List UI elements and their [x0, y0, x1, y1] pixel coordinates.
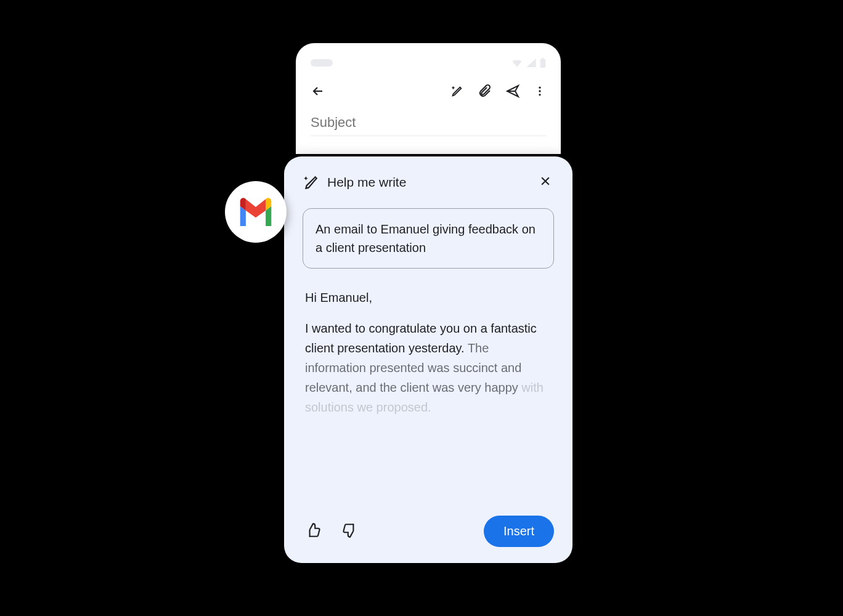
thumbs-down-icon	[342, 522, 358, 538]
svg-rect-0	[540, 59, 546, 68]
close-icon	[539, 175, 552, 187]
thumbs-up-button[interactable]	[303, 520, 324, 543]
svg-point-2	[539, 87, 540, 89]
magic-pen-icon	[450, 84, 463, 98]
status-pill	[311, 59, 333, 67]
magic-compose-button[interactable]	[450, 84, 463, 100]
help-panel-title: Help me write	[327, 175, 406, 190]
email-body: I wanted to congratulate you on a fantas…	[305, 318, 552, 417]
wifi-icon	[511, 59, 523, 67]
help-panel-footer: Insert	[303, 516, 554, 547]
toolbar-actions	[450, 84, 546, 101]
help-title-group: Help me write	[303, 174, 406, 190]
prompt-text: An email to Emanuel giving feedback on a…	[316, 220, 541, 257]
email-body-line1: I wanted to congratulate you on a fantas…	[305, 322, 537, 355]
insert-button[interactable]: Insert	[484, 516, 554, 547]
svg-rect-1	[542, 58, 544, 60]
gmail-logo-badge	[225, 181, 287, 243]
generated-email-content: Hi Emanuel, I wanted to congratulate you…	[303, 291, 554, 417]
feedback-buttons	[303, 520, 360, 543]
help-me-write-panel: Help me write An email to Emanuel giving…	[284, 156, 572, 563]
more-icon	[534, 85, 546, 97]
thumbs-down-button[interactable]	[340, 520, 360, 543]
prompt-input-box[interactable]: An email to Emanuel giving feedback on a…	[303, 208, 554, 269]
close-button[interactable]	[537, 172, 554, 192]
attach-icon	[477, 84, 492, 99]
help-panel-header: Help me write	[303, 172, 554, 192]
back-arrow-icon	[311, 84, 325, 99]
subject-input[interactable]	[311, 115, 546, 136]
back-button[interactable]	[311, 84, 325, 101]
magic-pen-icon	[303, 174, 319, 190]
attach-button[interactable]	[477, 84, 492, 101]
email-greeting: Hi Emanuel,	[305, 291, 552, 305]
status-icons	[511, 58, 546, 68]
send-icon	[505, 84, 520, 99]
status-bar	[311, 55, 546, 70]
svg-point-4	[539, 94, 540, 95]
signal-icon	[526, 59, 536, 67]
more-button[interactable]	[534, 85, 546, 100]
gmail-icon	[237, 198, 274, 226]
thumbs-up-icon	[305, 522, 321, 538]
phone-compose-frame	[296, 43, 561, 154]
svg-point-3	[539, 90, 540, 92]
compose-toolbar	[311, 80, 546, 105]
send-button[interactable]	[505, 84, 520, 101]
battery-icon	[540, 58, 546, 68]
